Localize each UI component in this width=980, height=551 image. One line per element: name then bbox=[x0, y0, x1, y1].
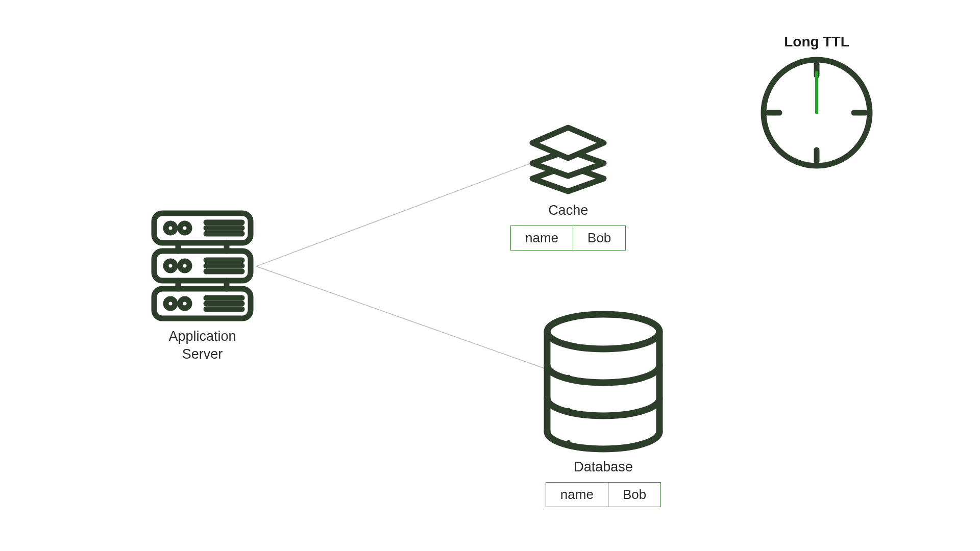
svg-point-3 bbox=[166, 223, 175, 233]
svg-point-20 bbox=[180, 299, 189, 308]
app-server-label-line2: Server bbox=[182, 346, 223, 362]
svg-point-31 bbox=[567, 408, 571, 412]
svg-point-27 bbox=[547, 314, 659, 349]
svg-point-4 bbox=[180, 223, 189, 233]
ttl-label: Long TTL bbox=[784, 34, 849, 50]
ttl-group: Long TTL bbox=[758, 34, 875, 171]
svg-point-30 bbox=[567, 375, 571, 379]
server-icon bbox=[150, 209, 255, 322]
app-server-node: Application Server bbox=[150, 209, 255, 363]
cache-node: Cache name Bob bbox=[510, 125, 626, 251]
svg-line-0 bbox=[256, 163, 531, 266]
cache-label: Cache bbox=[548, 202, 588, 219]
clock-icon bbox=[758, 54, 875, 171]
cache-kv-table: name Bob bbox=[510, 226, 626, 251]
app-server-label: Application Server bbox=[168, 328, 236, 363]
cache-kv-value: Bob bbox=[573, 226, 626, 251]
database-node: Database name Bob bbox=[540, 310, 667, 507]
diagram-canvas: Application Server Cache name Bob bbox=[0, 0, 980, 551]
svg-point-32 bbox=[567, 440, 571, 444]
database-label: Database bbox=[574, 458, 633, 476]
app-server-label-line1: Application bbox=[168, 329, 236, 344]
database-kv-key: name bbox=[546, 482, 608, 507]
svg-line-1 bbox=[256, 266, 549, 370]
svg-point-11 bbox=[166, 261, 175, 270]
database-icon bbox=[540, 310, 667, 453]
svg-marker-26 bbox=[532, 128, 604, 158]
cache-icon bbox=[520, 122, 617, 196]
database-kv-value: Bob bbox=[608, 482, 661, 507]
svg-point-12 bbox=[180, 261, 189, 270]
cache-kv-key: name bbox=[510, 226, 573, 251]
database-kv-table: name Bob bbox=[546, 482, 661, 507]
svg-point-19 bbox=[166, 299, 175, 308]
